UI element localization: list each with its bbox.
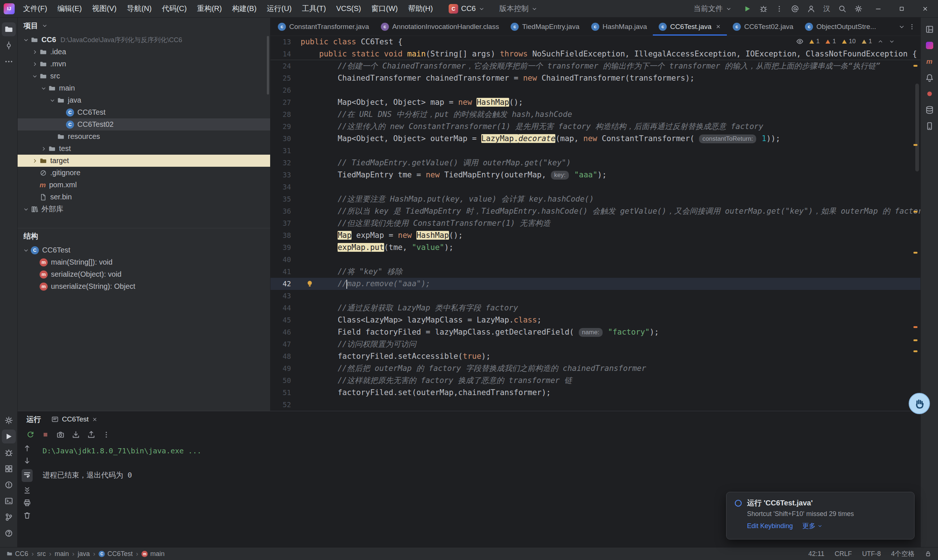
tree-row[interactable]: ser.bin [18,191,270,203]
line-number[interactable]: 45 [271,314,291,326]
rerun-button[interactable] [26,431,34,439]
chevron-down-icon[interactable] [21,248,31,253]
code-line[interactable]: 25 ChainedTransformer chainedTransformer… [271,72,920,84]
code-line[interactable]: 38 Map expMap = new HashMap(); [271,229,920,242]
line-number[interactable]: 46 [271,326,291,338]
editor-tab[interactable]: cObjectOutputStre... [799,18,882,35]
stripe-mark[interactable] [913,326,918,328]
line-number[interactable]: 37 [271,217,291,229]
import-button[interactable] [72,431,80,439]
tree-row[interactable]: CC6D:\JavaCode\Java序列化与反序列化\CC6 [18,34,270,46]
editor-tab[interactable]: cCC6Test.java [653,18,727,35]
code-line[interactable]: 33 TiedMapEntry tme = new TiedMapEntry(o… [271,169,920,181]
line-number[interactable]: 27 [271,96,291,108]
tree-row[interactable]: mpom.xml [18,179,270,191]
code-line[interactable]: 34 [271,181,920,193]
tab-close-icon[interactable] [92,417,97,422]
stripe-mark[interactable] [913,350,918,352]
stripe-vcs-button[interactable] [2,510,16,524]
code-line[interactable]: 43 [271,290,920,302]
code-line[interactable]: 41 //将 "key" 移除 [271,266,920,278]
chevron-right-icon[interactable] [30,49,40,55]
vcs-widget[interactable]: 版本控制 [495,2,541,15]
line-number[interactable]: 32 [271,157,291,169]
inspections-eye-icon[interactable] [796,38,803,45]
stripe-mark[interactable] [913,211,918,212]
line-number[interactable]: 35 [271,193,291,205]
snapshot-button[interactable] [57,431,65,439]
structure-row[interactable]: CCC6Test [18,244,270,256]
editor-tab[interactable]: cTiedMapEntry.java [505,18,585,35]
tree-row[interactable]: CCC6Test02 [18,118,270,131]
stripe-terminal-button[interactable] [2,494,16,508]
stripe-device-button[interactable] [923,119,936,133]
export-button[interactable] [87,431,95,439]
breadcrumb-item[interactable]: mmain [141,550,165,558]
menu-item[interactable]: 代码(C) [157,1,192,16]
chevron-down-icon[interactable] [48,97,57,103]
stop-button[interactable] [42,431,49,438]
code-line[interactable]: 37 //但这里我们先使用 ConstantTransformer(1) 无害构… [271,217,920,229]
stripe-more-button[interactable] [2,55,16,69]
more-actions-button[interactable] [776,5,783,12]
stripe-debug-button[interactable] [2,446,16,460]
line-number[interactable]: 41 [271,266,291,278]
code-line[interactable]: 48 factoryFiled.setAccessible(true); [271,350,920,363]
code-line[interactable]: 46 Field factoryFiled = lazyMapClass.get… [271,326,920,338]
menu-item[interactable]: 编辑(E) [53,1,87,16]
menu-item[interactable]: 运行(U) [262,1,297,16]
run-console-tab[interactable]: CC6Test [51,415,97,423]
stripe-ai-assistant-button[interactable] [923,38,936,52]
menu-item[interactable]: 工具(T) [297,1,331,16]
chevron-down-icon[interactable] [21,206,31,212]
structure-row[interactable]: munserialize(String): Object [18,280,270,292]
menu-item[interactable]: VCS(S) [331,2,366,15]
code-line[interactable]: 31 [271,145,920,157]
code-line[interactable]: 40 [271,254,920,266]
caret-position-widget[interactable]: 42:11 [808,550,824,558]
stripe-database-button[interactable] [923,103,936,117]
tree-row[interactable]: .idea [18,46,270,58]
line-number[interactable]: 14 [271,48,291,60]
line-number[interactable]: 26 [271,84,291,96]
line-number[interactable]: 44 [271,302,291,314]
code-line[interactable]: 28 //在 URL DNS 中分析过，put 的时候就会触发 hash,has… [271,108,920,121]
stripe-layout-button[interactable] [923,22,936,36]
encoding-widget[interactable]: UTF-8 [862,550,881,558]
chevron-right-icon[interactable] [30,158,40,164]
tree-row[interactable]: 外部库 [18,203,270,215]
structure-row[interactable]: mmain(String[]): void [18,256,270,268]
stripe-settings-button[interactable] [2,414,16,427]
line-number[interactable]: 38 [271,229,291,242]
code-line[interactable]: 30 Map<Object, Object> outerMap = LazyMa… [271,133,920,145]
stripe-services-button[interactable] [2,462,16,476]
menu-item[interactable]: 构建(B) [227,1,261,16]
code-line[interactable]: 32 // TiedMapEntry.getValue() 调用 outerMa… [271,157,920,169]
maximize-button[interactable] [894,2,909,16]
line-separator-widget[interactable]: CRLF [835,550,852,558]
tree-row[interactable]: resources [18,131,270,143]
line-number[interactable]: 50 [271,375,291,387]
line-number[interactable]: 24 [271,60,291,72]
editor-tab[interactable]: cHashMap.java [585,18,653,35]
line-number[interactable]: 34 [271,181,291,193]
stripe-mark[interactable] [913,252,918,254]
jump-to-bottom-button[interactable] [23,457,31,465]
close-button[interactable] [918,2,933,16]
menu-item[interactable]: 文件(F) [18,1,52,16]
breadcrumb-item[interactable]: src [37,550,46,558]
stripe-project-button[interactable] [2,22,16,36]
clear-console-button[interactable] [23,511,31,519]
editor-view[interactable]: 13public class CC6Test {14 public static… [271,36,920,411]
code-line[interactable]: 47 //访问权限置为可访问 [271,338,920,350]
prev-problem-button[interactable] [878,38,883,45]
run-button[interactable] [743,5,752,13]
line-number[interactable]: 43 [271,290,291,302]
tree-row[interactable]: test [18,143,270,155]
floating-hand-button[interactable] [909,393,930,414]
more-options-button[interactable] [103,431,110,438]
line-number[interactable]: 52 [271,399,291,411]
code-line[interactable]: 49 //然后把 outerMap 的 factory 字段替换成我们之前构造的… [271,363,920,375]
menu-item[interactable]: 视图(V) [87,1,121,16]
menu-item[interactable]: 窗口(W) [366,1,403,16]
